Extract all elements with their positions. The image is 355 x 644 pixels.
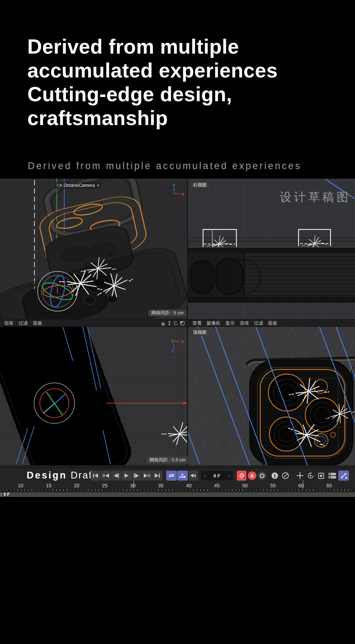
menu-display[interactable]: 显示 — [225, 320, 235, 326]
menu-panel-left[interactable]: 面板 — [33, 320, 43, 326]
ruler-tick-label: 50 — [242, 483, 248, 488]
viewport-front-view[interactable] — [0, 327, 187, 468]
toggle-pills-button[interactable] — [327, 471, 338, 481]
menu-cameras[interactable]: 摄像机 — [206, 320, 221, 326]
ruler-tick-label: 15 — [46, 483, 51, 488]
record-rotation-button[interactable] — [306, 471, 315, 481]
gear-icon — [259, 473, 265, 479]
footer-spacer — [0, 497, 355, 644]
rotate-view-icon[interactable] — [173, 321, 178, 326]
play-icon — [124, 473, 129, 478]
autokeying-button[interactable]: A — [248, 471, 256, 480]
maximize-viewport-icon[interactable] — [180, 321, 185, 326]
parameter-record-button[interactable] — [280, 471, 290, 481]
camera-icon — [57, 183, 62, 187]
title-line: craftsmanship — [27, 106, 278, 130]
menu-options-left[interactable]: 选项 — [4, 320, 13, 326]
viewport-top-view[interactable] — [188, 327, 355, 468]
page-title: Derived from multiple accumulated experi… — [27, 35, 278, 130]
view-label-top: 顶视图 — [190, 329, 209, 336]
view-label-right: 右视图 — [190, 182, 209, 188]
autokey-a-icon: A — [250, 473, 253, 478]
keyframe-circle-icon — [271, 472, 278, 479]
watermark-text: 设计草稿图 — [280, 189, 351, 205]
grid-spacing-label-top: 网格间距 : 5 cm — [148, 309, 186, 316]
pla-icon — [340, 473, 347, 478]
ruler-tick-label: 45 — [214, 483, 220, 488]
gauge-icon — [282, 472, 289, 479]
page-subtitle: Derived from multiple accumulated experi… — [28, 161, 301, 172]
title-line: accumulated experiences — [27, 59, 278, 82]
autokey-range-button[interactable]: A — [177, 471, 188, 481]
record-scale-button[interactable] — [316, 471, 326, 481]
loop-playback-button[interactable] — [166, 471, 177, 481]
play-button[interactable] — [121, 471, 131, 481]
page: Derived from multiple accumulated experi… — [0, 0, 355, 644]
ruler-tick-label: 30 — [130, 483, 136, 488]
goto-start-button[interactable] — [91, 471, 100, 481]
scrollbar-handle[interactable] — [1, 493, 1, 497]
hand-pan-icon[interactable] — [160, 321, 165, 326]
ruler-tick-label: 10 — [18, 483, 23, 488]
viewport-menu-bar: 选项 过滤 面板 查看 摄像机 — [0, 319, 355, 327]
title-line: Derived from multiple — [27, 35, 278, 59]
timeline-ruler[interactable]: 10 15 20 25 30 35 40 45 50 55 60 65 — [0, 482, 355, 489]
goto-end-button[interactable] — [152, 471, 162, 481]
viewport-bottom-strip — [0, 465, 355, 468]
menu-options-right[interactable]: 选项 — [239, 320, 249, 326]
menu-filter-left[interactable]: 过滤 — [18, 320, 28, 326]
frame-increment-icon[interactable]: › — [228, 473, 230, 478]
title-line: Cutting-edge design, — [27, 82, 278, 106]
ruler-tick-label: 65 — [326, 483, 332, 488]
speaker-icon — [191, 473, 196, 478]
ruler-tick-label: 35 — [158, 483, 164, 488]
record-position-button[interactable] — [295, 471, 305, 481]
c4d-viewport-area: Y Z X — [0, 179, 355, 468]
frame-decrement-icon[interactable]: ‹ — [204, 473, 206, 478]
next-key-icon — [143, 473, 151, 478]
design-draft-caption: DesignDraft — [27, 470, 96, 481]
grid-spacing-label-bottom: 网格间距 : 0.5 cm — [147, 456, 189, 464]
record-diamond-icon — [239, 473, 245, 478]
viewport-perspective[interactable] — [0, 179, 187, 319]
menu-view[interactable]: 查看 — [192, 320, 202, 326]
position-record-icon — [296, 472, 304, 479]
move-vertical-icon[interactable] — [167, 321, 171, 326]
ruler-tick-label: 40 — [186, 483, 192, 488]
toggle-pills-icon — [328, 472, 337, 479]
prev-frame-button[interactable] — [111, 471, 121, 481]
current-frame-indicator: 0 F — [4, 492, 10, 497]
prev-key-icon — [102, 473, 109, 478]
pla-record-button[interactable] — [338, 471, 349, 481]
frame-tick-strip[interactable] — [0, 489, 355, 492]
prev-key-button[interactable] — [101, 471, 111, 481]
loop-icon — [168, 473, 175, 478]
timeline-scroll-bar[interactable]: 0 F — [0, 492, 355, 497]
collapse-arrow-icon: ◀ — [97, 184, 99, 187]
menu-panel-right[interactable]: 面板 — [268, 320, 278, 326]
goto-end-icon — [154, 473, 160, 478]
keying-settings-button[interactable] — [258, 471, 266, 480]
camera-label-text: OctaneCamera — [64, 183, 95, 188]
camera-object-label[interactable]: OctaneCamera ◀ — [55, 182, 101, 189]
frame-field-value: 0 F — [214, 473, 220, 478]
keyframe-selection-button[interactable] — [270, 471, 279, 481]
ruler-tick-label: 25 — [102, 483, 108, 488]
current-frame-field[interactable]: ‹ 0 F › — [201, 471, 233, 480]
prev-frame-icon — [113, 473, 119, 478]
next-key-button[interactable] — [142, 471, 152, 481]
sound-button[interactable] — [189, 471, 198, 481]
ruler-tick-label: 20 — [74, 483, 80, 488]
next-frame-button[interactable] — [132, 471, 142, 481]
animation-toolbar: DesignDraft A — [0, 468, 355, 482]
autokey-bars-icon: A — [179, 473, 186, 478]
autokey-letter: A — [181, 473, 184, 476]
scale-record-icon — [318, 472, 324, 479]
rotation-record-icon — [307, 472, 314, 479]
ruler-tick-label: 55 — [270, 483, 276, 488]
record-keyframe-button[interactable] — [237, 471, 246, 481]
goto-start-icon — [92, 473, 99, 478]
menu-filter-right[interactable]: 过滤 — [253, 320, 263, 326]
next-frame-icon — [133, 473, 140, 478]
caption-bold: Design — [27, 470, 67, 481]
